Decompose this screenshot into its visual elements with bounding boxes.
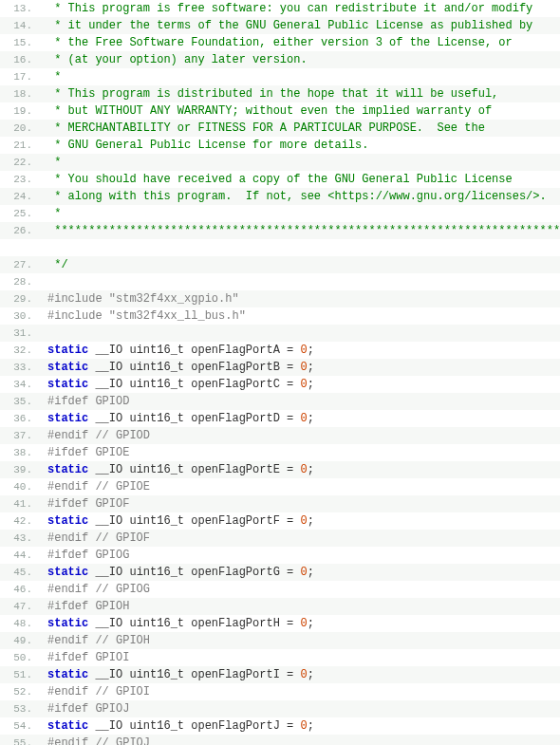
code-content[interactable]: #endif // GPIOJ xyxy=(40,735,560,745)
code-line[interactable]: 32static __IO uint16_t openFlagPortA = 0… xyxy=(0,342,560,359)
code-editor[interactable]: 13 * This program is free software: you … xyxy=(0,0,560,745)
code-line[interactable]: 24 * along with this program. If not, se… xyxy=(0,188,560,205)
code-line[interactable]: 45static __IO uint16_t openFlagPortG = 0… xyxy=(0,564,560,581)
code-line[interactable]: 54static __IO uint16_t openFlagPortJ = 0… xyxy=(0,717,560,735)
code-token: 0 xyxy=(300,617,307,630)
line-number: 28 xyxy=(0,273,36,290)
line-number: 49 xyxy=(0,632,36,649)
code-line[interactable]: 46#endif // GPIOG xyxy=(0,581,560,598)
code-line[interactable]: 35#ifdef GPIOD xyxy=(0,393,560,410)
code-content[interactable]: #endif // GPIOD xyxy=(40,427,560,444)
code-token: #endif // GPIOG xyxy=(47,583,150,596)
code-line[interactable]: 48static __IO uint16_t openFlagPortH = 0… xyxy=(0,615,560,632)
code-line[interactable]: 25 * xyxy=(0,205,560,222)
code-content[interactable]: static __IO uint16_t openFlagPortI = 0; xyxy=(40,666,560,683)
code-line[interactable]: 18 * This program is distributed in the … xyxy=(0,85,560,102)
code-content[interactable]: #ifdef GPIOF xyxy=(40,495,560,512)
code-line[interactable]: 23 * You should have received a copy of … xyxy=(0,171,560,188)
code-content[interactable]: #endif // GPIOF xyxy=(40,530,560,547)
code-content[interactable]: static __IO uint16_t openFlagPortD = 0; xyxy=(40,410,560,427)
code-content[interactable]: * This program is distributed in the hop… xyxy=(40,85,560,102)
code-line[interactable]: 34static __IO uint16_t openFlagPortC = 0… xyxy=(0,376,560,393)
code-line[interactable]: 39static __IO uint16_t openFlagPortE = 0… xyxy=(0,461,560,478)
code-line[interactable]: 53#ifdef GPIOJ xyxy=(0,700,560,717)
code-content[interactable]: #ifdef GPIOH xyxy=(40,598,560,615)
code-token: static xyxy=(47,668,88,681)
code-content[interactable]: static __IO uint16_t openFlagPortJ = 0; xyxy=(40,717,560,735)
code-content[interactable]: * xyxy=(40,154,560,171)
code-token: ; xyxy=(308,719,314,733)
code-content[interactable]: static __IO uint16_t openFlagPortE = 0; xyxy=(40,461,560,478)
code-content[interactable]: #endif // GPIOH xyxy=(40,632,560,649)
code-line[interactable]: 28 xyxy=(0,273,560,290)
code-line[interactable]: 50#ifdef GPIOI xyxy=(0,649,560,666)
code-line[interactable]: 19 * but WITHOUT ANY WARRANTY; without e… xyxy=(0,102,560,120)
code-content[interactable]: * GNU General Public License for more de… xyxy=(40,137,560,154)
code-line[interactable]: 47#ifdef GPIOH xyxy=(0,598,560,615)
code-content[interactable]: * (at your option) any later version. xyxy=(40,51,560,68)
code-line[interactable]: 43#endif // GPIOF xyxy=(0,530,560,547)
code-line[interactable]: 13 * This program is free software: you … xyxy=(0,0,560,17)
code-content[interactable]: * xyxy=(40,68,560,85)
code-content[interactable]: #ifdef GPIOJ xyxy=(40,700,560,717)
code-line[interactable]: 29#include "stm32f4xx_xgpio.h" xyxy=(0,290,560,307)
code-line[interactable]: 38#ifdef GPIOE xyxy=(0,444,560,461)
code-content[interactable]: #ifdef GPIOI xyxy=(40,649,560,666)
code-line[interactable]: 15 * the Free Software Foundation, eithe… xyxy=(0,34,560,51)
code-line[interactable]: 33static __IO uint16_t openFlagPortB = 0… xyxy=(0,359,560,376)
code-token: ; xyxy=(308,344,314,357)
line-number: 35 xyxy=(0,393,36,410)
code-content[interactable]: * This program is free software: you can… xyxy=(40,0,560,17)
code-content[interactable]: #ifdef GPIOG xyxy=(40,547,560,564)
code-line[interactable]: 37#endif // GPIOD xyxy=(0,427,560,444)
code-content[interactable]: static __IO uint16_t openFlagPortC = 0; xyxy=(40,376,560,393)
code-line[interactable]: 14 * it under the terms of the GNU Gener… xyxy=(0,17,560,34)
line-number: 15 xyxy=(0,34,36,51)
code-line[interactable]: 42static __IO uint16_t openFlagPortF = 0… xyxy=(0,512,560,530)
code-content[interactable]: * along with this program. If not, see <… xyxy=(40,188,560,205)
code-content[interactable]: static __IO uint16_t openFlagPortH = 0; xyxy=(40,615,560,632)
code-content[interactable]: #endif // GPIOI xyxy=(40,683,560,700)
code-line[interactable]: 36static __IO uint16_t openFlagPortD = 0… xyxy=(0,410,560,427)
code-line[interactable]: 26 *************************************… xyxy=(0,222,560,239)
code-line[interactable]: 52#endif // GPIOI xyxy=(0,683,560,700)
line-number: 24 xyxy=(0,188,36,205)
code-line[interactable]: 27 */ xyxy=(0,256,560,273)
code-content[interactable]: * the Free Software Foundation, either v… xyxy=(40,34,560,51)
code-line[interactable]: 41#ifdef GPIOF xyxy=(0,495,560,512)
code-content[interactable]: * it under the terms of the GNU General … xyxy=(40,17,560,34)
code-line[interactable]: 49#endif // GPIOH xyxy=(0,632,560,649)
code-line[interactable]: 51static __IO uint16_t openFlagPortI = 0… xyxy=(0,666,560,683)
code-line[interactable]: 20 * MERCHANTABILITY or FITNESS FOR A PA… xyxy=(0,120,560,137)
code-content[interactable]: static __IO uint16_t openFlagPortG = 0; xyxy=(40,564,560,581)
code-content[interactable]: static __IO uint16_t openFlagPortB = 0; xyxy=(40,359,560,376)
code-line[interactable]: 17 * xyxy=(0,68,560,85)
code-content[interactable]: #ifdef GPIOD xyxy=(40,393,560,410)
code-token: static xyxy=(47,412,88,425)
code-line[interactable]: 31 xyxy=(0,325,560,342)
code-content[interactable]: * but WITHOUT ANY WARRANTY; without even… xyxy=(40,102,560,120)
code-content[interactable]: * MERCHANTABILITY or FITNESS FOR A PARTI… xyxy=(40,120,560,137)
code-content[interactable]: #include "stm32f4xx_xgpio.h" xyxy=(40,290,560,307)
code-line[interactable] xyxy=(0,239,560,256)
code-line[interactable]: 21 * GNU General Public License for more… xyxy=(0,137,560,154)
code-content[interactable]: * xyxy=(40,205,560,222)
code-line[interactable]: 22 * xyxy=(0,154,560,171)
code-content[interactable]: static __IO uint16_t openFlagPortF = 0; xyxy=(40,512,560,530)
code-content[interactable]: ****************************************… xyxy=(40,222,560,239)
code-line[interactable]: 30#include "stm32f4xx_ll_bus.h" xyxy=(0,307,560,325)
code-content[interactable]: #endif // GPIOE xyxy=(40,478,560,495)
code-content[interactable]: static __IO uint16_t openFlagPortA = 0; xyxy=(40,342,560,359)
code-line[interactable]: 40#endif // GPIOE xyxy=(0,478,560,495)
code-content[interactable]: */ xyxy=(40,256,560,273)
code-line[interactable]: 16 * (at your option) any later version. xyxy=(0,51,560,68)
code-line[interactable]: 55#endif // GPIOJ xyxy=(0,735,560,745)
code-content[interactable]: #include "stm32f4xx_ll_bus.h" xyxy=(40,307,560,325)
code-token: */ xyxy=(47,258,68,271)
code-content[interactable]: #ifdef GPIOE xyxy=(40,444,560,461)
line-number: 40 xyxy=(0,478,36,495)
code-line[interactable]: 44#ifdef GPIOG xyxy=(0,547,560,564)
code-content[interactable]: #endif // GPIOG xyxy=(40,581,560,598)
code-token: __IO uint16_t openFlagPortG = xyxy=(88,566,300,579)
code-content[interactable]: * You should have received a copy of the… xyxy=(40,171,560,188)
